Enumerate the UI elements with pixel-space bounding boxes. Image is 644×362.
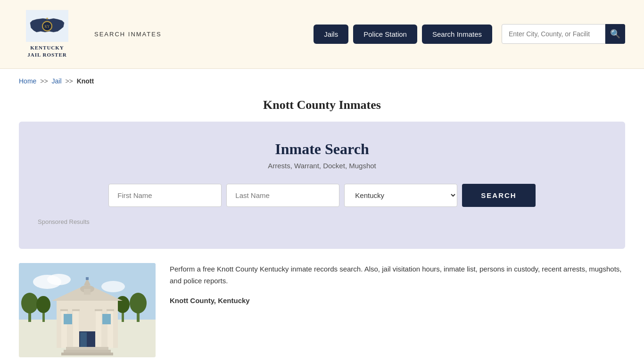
svg-rect-25 [72, 309, 80, 311]
svg-rect-24 [60, 309, 68, 311]
svg-rect-27 [107, 309, 114, 311]
main-nav: Jails Police Station Search Inmates 🔍 [314, 24, 625, 44]
svg-point-8 [101, 281, 125, 292]
site-header: KY KENTUCKYJAIL ROSTER SEARCH INMATES Ja… [0, 0, 644, 69]
breadcrumb-home[interactable]: Home [19, 77, 36, 85]
page-title-section: Knott County Inmates [0, 93, 644, 122]
first-name-input[interactable] [108, 184, 222, 207]
svg-point-7 [47, 274, 71, 285]
breadcrumb-sep-1: >> [40, 77, 50, 85]
nav-search-inmates-button[interactable]: Search Inmates [422, 25, 492, 44]
svg-rect-34 [66, 347, 108, 350]
breadcrumb: Home >> Jail >> Knott [0, 69, 644, 93]
inmate-search-title: Inmate Search [38, 140, 606, 158]
header-search-input[interactable] [502, 24, 605, 44]
site-title-text: SEARCH INMATES [94, 31, 162, 38]
svg-rect-36 [61, 353, 113, 355]
page-title: Knott County Inmates [19, 98, 625, 112]
nav-jails-button[interactable]: Jails [314, 25, 348, 44]
sponsored-label: Sponsored Results [38, 218, 606, 225]
svg-rect-26 [95, 309, 102, 311]
svg-rect-33 [84, 289, 91, 295]
inmate-search-form: Kentucky Alabama Alaska Arizona Arkansas… [38, 184, 606, 207]
inmate-search-subtitle: Arrests, Warrant, Docket, Mugshot [38, 162, 606, 170]
content-section: Perform a free Knott County Kentucky inm… [0, 249, 644, 362]
svg-rect-38 [86, 277, 89, 280]
last-name-input[interactable] [226, 184, 339, 207]
logo-text: KENTUCKYJAIL ROSTER [27, 44, 66, 59]
nav-police-station-button[interactable]: Police Station [353, 25, 417, 44]
search-icon: 🔍 [610, 29, 620, 39]
svg-point-11 [21, 293, 38, 313]
header-search-area: 🔍 [502, 24, 625, 44]
courthouse-svg [19, 263, 156, 357]
svg-text:KY: KY [45, 25, 50, 29]
svg-point-13 [36, 296, 50, 313]
logo-area: KY KENTUCKYJAIL ROSTER [19, 9, 75, 59]
svg-rect-29 [80, 332, 87, 347]
content-description: Perform a free Knott County Kentucky inm… [170, 263, 625, 287]
state-select[interactable]: Kentucky Alabama Alaska Arizona Arkansas… [344, 184, 457, 207]
inmate-search-button[interactable]: SEARCH [462, 184, 535, 207]
content-text: Perform a free Knott County Kentucky inm… [170, 263, 625, 314]
inmate-search-section: Inmate Search Arrests, Warrant, Docket, … [19, 122, 625, 249]
breadcrumb-current: Knott [77, 77, 94, 85]
content-subheading: Knott County, Kentucky [170, 295, 625, 307]
breadcrumb-sep-2: >> [65, 77, 74, 85]
breadcrumb-jail[interactable]: Jail [52, 77, 62, 85]
courthouse-image [19, 263, 156, 357]
svg-rect-35 [64, 350, 111, 353]
svg-point-15 [130, 293, 147, 313]
header-search-button[interactable]: 🔍 [605, 24, 625, 44]
svg-rect-21 [73, 310, 79, 348]
svg-rect-31 [102, 314, 111, 324]
svg-rect-30 [64, 314, 72, 324]
svg-rect-22 [96, 310, 101, 348]
logo-icon: KY [26, 9, 68, 42]
svg-point-4 [46, 17, 48, 19]
